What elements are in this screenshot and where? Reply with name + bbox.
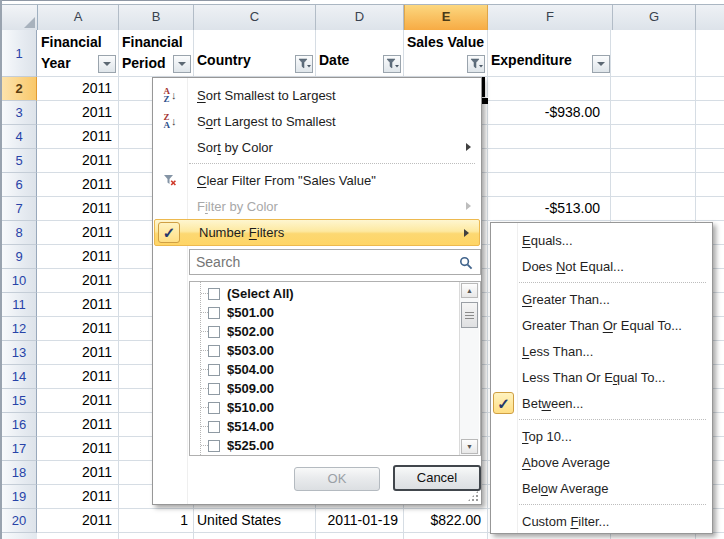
- cell-A9[interactable]: 2011: [37, 245, 118, 268]
- cell-A2[interactable]: 2011: [37, 77, 118, 100]
- scroll-up-button[interactable]: ▲: [461, 283, 478, 298]
- ok-button[interactable]: OK: [294, 467, 380, 491]
- cell-A11[interactable]: 2011: [37, 293, 118, 316]
- filter-value-option[interactable]: $501.00: [190, 303, 480, 322]
- filter-active-button-date[interactable]: [383, 55, 401, 73]
- row-header-4[interactable]: 4: [2, 125, 37, 149]
- active-cell-fill-handle[interactable]: [481, 97, 488, 104]
- cell-A18[interactable]: 2011: [37, 461, 118, 484]
- submenu-item-equals[interactable]: Equals...: [491, 227, 712, 253]
- column-header-g[interactable]: G: [613, 5, 696, 30]
- cell-A12[interactable]: 2011: [37, 317, 118, 340]
- row-header-14[interactable]: 14: [2, 365, 37, 389]
- submenu-item-less-than-or-equal[interactable]: Less Than Or Equal To...: [491, 364, 712, 390]
- row-header-1[interactable]: 1: [2, 30, 37, 77]
- search-icon[interactable]: [459, 256, 473, 273]
- checkbox[interactable]: [208, 383, 220, 395]
- cell-A4[interactable]: 2011: [37, 125, 118, 148]
- select-all-corner[interactable]: [2, 5, 38, 30]
- header-cell-country[interactable]: Country: [193, 30, 315, 76]
- row-header-15[interactable]: 15: [2, 389, 37, 413]
- filter-value-option[interactable]: $514.00: [190, 417, 480, 436]
- cell-A3[interactable]: 2011: [37, 101, 118, 124]
- header-cell-financial-year[interactable]: Financial Year: [37, 30, 118, 76]
- filter-active-button-country[interactable]: [295, 55, 313, 73]
- cell-F3[interactable]: -$938.00: [487, 101, 612, 124]
- header-cell-date[interactable]: Date: [315, 30, 403, 76]
- cell-A16[interactable]: 2011: [37, 413, 118, 436]
- checkbox[interactable]: [208, 307, 220, 319]
- filter-value-option[interactable]: $510.00: [190, 398, 480, 417]
- submenu-item-custom-filter[interactable]: Custom Filter...: [491, 508, 712, 534]
- checkbox[interactable]: [208, 288, 220, 300]
- filter-value-option[interactable]: $525.00: [190, 436, 480, 455]
- checkbox[interactable]: [208, 402, 220, 414]
- row-header-18[interactable]: 18: [2, 461, 37, 485]
- row-header-20[interactable]: 20: [2, 509, 37, 533]
- row-header-19[interactable]: 19: [2, 485, 37, 509]
- menu-item-sort-largest-to-smallest[interactable]: ZA↓ Sort Largest to Smallest: [153, 108, 481, 134]
- column-header-d[interactable]: D: [316, 5, 404, 30]
- cell-F7[interactable]: -$513.00: [487, 197, 612, 220]
- cell-A19[interactable]: 2011: [37, 485, 118, 508]
- row-header-3[interactable]: 3: [2, 101, 37, 125]
- filter-value-option[interactable]: $509.00: [190, 379, 480, 398]
- cell-A10[interactable]: 2011: [37, 269, 118, 292]
- row-header-8[interactable]: 8: [2, 221, 37, 245]
- submenu-item-greater-than[interactable]: Greater Than...: [491, 286, 712, 312]
- cell-A7[interactable]: 2011: [37, 197, 118, 220]
- row-header-9[interactable]: 9: [2, 245, 37, 269]
- cell-A17[interactable]: 2011: [37, 437, 118, 460]
- row-header-5[interactable]: 5: [2, 149, 37, 173]
- submenu-item-top-10[interactable]: Top 10...: [491, 423, 712, 449]
- menu-item-clear-filter[interactable]: Clear Filter From "Sales Value": [153, 167, 481, 193]
- header-cell-sales-value[interactable]: Sales Value: [403, 30, 487, 76]
- filter-value-option[interactable]: (Select All): [190, 284, 480, 303]
- row-header-2[interactable]: 2: [2, 77, 37, 101]
- row-header-13[interactable]: 13: [2, 341, 37, 365]
- menu-item-filter-by-color[interactable]: Filter by Color: [153, 193, 481, 219]
- checkbox[interactable]: [208, 421, 220, 433]
- row-header-10[interactable]: 10: [2, 269, 37, 293]
- filter-value-option[interactable]: $502.00: [190, 322, 480, 341]
- column-header-f[interactable]: F: [488, 5, 613, 30]
- cancel-button[interactable]: Cancel: [393, 465, 481, 491]
- resize-grip[interactable]: [467, 490, 479, 502]
- scrollbar-thumb[interactable]: [461, 302, 478, 328]
- cell-A8[interactable]: 2011: [37, 221, 118, 244]
- cell-A14[interactable]: 2011: [37, 365, 118, 388]
- cell-A5[interactable]: 2011: [37, 149, 118, 172]
- submenu-item-greater-than-or-equal[interactable]: Greater Than Or Equal To...: [491, 312, 712, 338]
- column-header-c[interactable]: C: [194, 5, 316, 30]
- row-header-17[interactable]: 17: [2, 437, 37, 461]
- row-header-7[interactable]: 7: [2, 197, 37, 221]
- cell-A6[interactable]: 2011: [37, 173, 118, 196]
- cell-B20[interactable]: 1: [118, 509, 193, 532]
- filter-dropdown-button-financial-year[interactable]: [98, 55, 116, 73]
- cell-A15[interactable]: 2011: [37, 389, 118, 412]
- checkbox[interactable]: [208, 326, 220, 338]
- menu-item-sort-smallest-to-largest[interactable]: AZ↓ Sort Smallest to Largest: [153, 82, 481, 108]
- search-input[interactable]: [190, 250, 480, 274]
- checkbox[interactable]: [208, 364, 220, 376]
- filter-dropdown-button-expenditure[interactable]: [592, 55, 610, 73]
- row-header-12[interactable]: 12: [2, 317, 37, 341]
- row-header-16[interactable]: 16: [2, 413, 37, 437]
- header-cell-expenditure[interactable]: Expenditure: [487, 30, 612, 76]
- column-header-b[interactable]: B: [119, 5, 194, 30]
- submenu-item-less-than[interactable]: Less Than...: [491, 338, 712, 364]
- column-header-a[interactable]: A: [38, 5, 119, 30]
- filter-active-button-sales-value[interactable]: [467, 55, 485, 73]
- row-header-6[interactable]: 6: [2, 173, 37, 197]
- menu-item-number-filters[interactable]: ✓ Number Filters: [154, 219, 480, 246]
- column-header-e-selected[interactable]: E: [404, 5, 488, 30]
- checkbox[interactable]: [208, 440, 220, 452]
- filter-value-option[interactable]: $504.00: [190, 360, 480, 379]
- submenu-item-above-average[interactable]: Above Average: [491, 449, 712, 475]
- cell-E20[interactable]: $822.00: [403, 509, 487, 532]
- cell-D20[interactable]: 2011-01-19: [315, 509, 403, 532]
- cell-C20[interactable]: United States: [193, 509, 315, 532]
- header-cell-financial-period[interactable]: Financial Period: [118, 30, 193, 76]
- cell-A20[interactable]: 2011: [37, 509, 118, 532]
- list-scrollbar[interactable]: ▲ ▼: [459, 282, 479, 455]
